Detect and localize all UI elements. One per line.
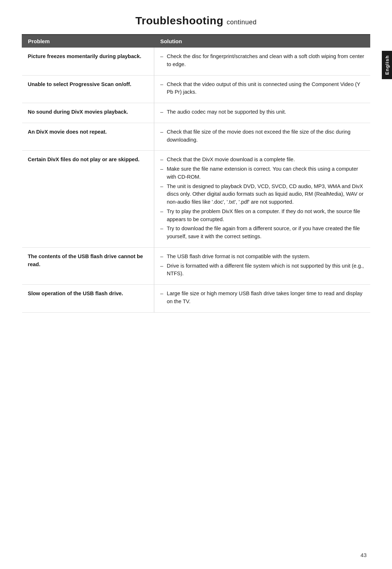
solution-text: Check the disc for fingerprint/scratches…	[167, 53, 364, 69]
solution-dash: –	[160, 165, 167, 181]
solution-cell: –Large file size or high memory USB flas…	[154, 285, 370, 313]
solution-item: –Drive is formatted with a different fil…	[160, 262, 364, 278]
solution-dash: –	[160, 128, 167, 144]
troubleshooting-table: Problem Solution Picture freezes momenta…	[22, 35, 370, 313]
table-row: Picture freezes momentarily during playb…	[22, 48, 370, 76]
problem-cell: Picture freezes momentarily during playb…	[22, 48, 154, 76]
page-title: Troubleshooting continued	[22, 15, 370, 27]
table-row: An DivX movie does not repeat.–Check tha…	[22, 123, 370, 151]
solution-cell: –Check that the video output of this uni…	[154, 75, 370, 103]
solution-text: Large file size or high memory USB flash…	[167, 290, 364, 306]
solution-dash: –	[160, 208, 167, 224]
solution-cell: –Check that the DivX movie download is a…	[154, 151, 370, 248]
solution-cell: –The USB flash drive format is not compa…	[154, 247, 370, 284]
solution-text: The USB flash drive format is not compat…	[167, 253, 364, 261]
solution-text: Check that file size of the movie does n…	[167, 128, 364, 144]
solution-item: –Make sure the file name extension is co…	[160, 165, 364, 181]
table-row: No sound during DivX movies playback.–Th…	[22, 103, 370, 123]
solution-text: The audio codec may not be supported by …	[167, 108, 364, 116]
problem-cell: An DivX movie does not repeat.	[22, 123, 154, 151]
problem-cell: No sound during DivX movies playback.	[22, 103, 154, 123]
problem-cell: The contents of the USB flash drive cann…	[22, 247, 154, 284]
solution-item: –Try to play the problem DivX files on a…	[160, 208, 364, 224]
solution-item: –Large file size or high memory USB flas…	[160, 290, 364, 306]
solution-dash: –	[160, 290, 167, 306]
solution-cell: –The audio codec may not be supported by…	[154, 103, 370, 123]
page-container: English Troubleshooting continued Proble…	[0, 0, 392, 569]
problem-cell: Unable to select Progressive Scan on/off…	[22, 75, 154, 103]
solution-text: Try to download the file again from a di…	[167, 225, 364, 241]
solution-dash: –	[160, 108, 167, 116]
solution-dash: –	[160, 253, 167, 261]
solution-dash: –	[160, 53, 167, 69]
problem-cell: Slow operation of the USB flash drive.	[22, 285, 154, 313]
solution-item: –Check that the DivX movie download is a…	[160, 156, 364, 164]
solution-text: The unit is designed to playback DVD, VC…	[167, 183, 364, 206]
solution-dash: –	[160, 225, 167, 241]
solution-text: Try to play the problem DivX files on a …	[167, 208, 364, 224]
solution-item: –Try to download the file again from a d…	[160, 225, 364, 241]
solution-text: Check that the DivX movie download is a …	[167, 156, 364, 164]
problem-cell: Certain DivX files do not play or are sk…	[22, 151, 154, 248]
solution-text: Make sure the file name extension is cor…	[167, 165, 364, 181]
table-row: Slow operation of the USB flash drive.–L…	[22, 285, 370, 313]
table-row: Certain DivX files do not play or are sk…	[22, 151, 370, 248]
solution-item: –Check that the video output of this uni…	[160, 81, 364, 97]
language-tab: English	[382, 51, 392, 79]
table-row: Unable to select Progressive Scan on/off…	[22, 75, 370, 103]
solution-dash: –	[160, 183, 167, 206]
solution-item: –The audio codec may not be supported by…	[160, 108, 364, 116]
solution-item: –The USB flash drive format is not compa…	[160, 253, 364, 261]
page-number: 43	[360, 552, 367, 558]
solution-cell: –Check that file size of the movie does …	[154, 123, 370, 151]
solution-dash: –	[160, 81, 167, 97]
solution-dash: –	[160, 156, 167, 164]
problem-header: Problem	[22, 35, 154, 48]
solution-item: –The unit is designed to playback DVD, V…	[160, 183, 364, 206]
solution-item: –Check the disc for fingerprint/scratche…	[160, 53, 364, 69]
solution-cell: –Check the disc for fingerprint/scratche…	[154, 48, 370, 76]
solution-text: Check that the video output of this unit…	[167, 81, 364, 97]
solution-header: Solution	[154, 35, 370, 48]
solution-text: Drive is formatted with a different file…	[167, 262, 364, 278]
solution-item: –Check that file size of the movie does …	[160, 128, 364, 144]
table-row: The contents of the USB flash drive cann…	[22, 247, 370, 284]
solution-dash: –	[160, 262, 167, 278]
